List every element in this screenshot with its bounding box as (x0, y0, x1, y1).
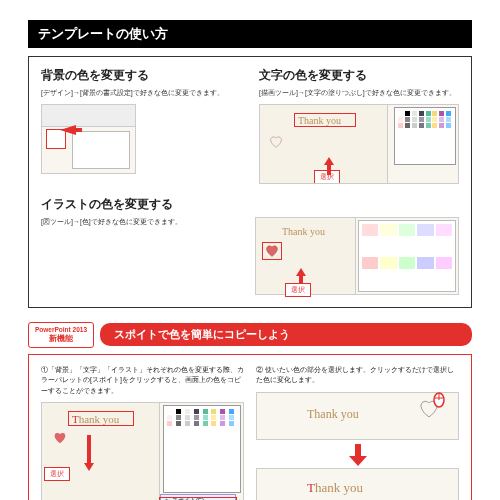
new-feature-badge: PowerPoint 2013 新機能 (28, 322, 94, 348)
color-palette (163, 405, 241, 493)
tip-title: スポイトで色を簡単にコピーしよう (100, 323, 472, 346)
step-text: ② 使いたい色の部分を選択します。クリックするだけで選択した色に変化します。 (256, 365, 459, 386)
section-illustration-color: イラストの色を変更する [図ツール]→[色]で好きな色に変更できます。 Than… (41, 196, 459, 295)
instructions-box: 背景の色を変更する [デザイン]→[背景の書式設定]で好きな色に変更できます。 … (28, 56, 472, 308)
sample-text: Thank you (282, 226, 325, 237)
step-text: ①「背景」「文字」「イラスト」それぞれの色を変更する際、カラーパレットの[スポイ… (41, 365, 244, 397)
arrow-down-icon (256, 444, 459, 466)
tip-header: PowerPoint 2013 新機能 スポイトで色を簡単にコピーしよう (28, 322, 472, 348)
section-title: イラストの色を変更する (41, 196, 459, 213)
section-background-color: 背景の色を変更する [デザイン]→[背景の書式設定]で好きな色に変更できます。 (41, 67, 241, 184)
tip-step-1: ①「背景」「文字」「イラスト」それぞれの色を変更する際、カラーパレットの[スポイ… (41, 365, 244, 500)
screenshot-after: Thank you (256, 468, 459, 500)
screenshot-thumbnail: Thank you 選択 (259, 104, 459, 184)
sample-text: Thank you (307, 480, 363, 496)
heart-icon (268, 135, 284, 149)
tip-box: ①「背景」「文字」「イラスト」それぞれの色を変更する際、カラーパレットの[スポイ… (28, 354, 472, 500)
select-label: 選択 (44, 467, 70, 481)
section-desc: [図ツール]→[色]で好きな色に変更できます。 (41, 217, 241, 227)
section-desc: [デザイン]→[背景の書式設定]で好きな色に変更できます。 (41, 88, 241, 98)
screenshot-before: Thank you (256, 392, 459, 440)
sample-text: Thank you (307, 407, 359, 422)
heart-icon (52, 431, 68, 445)
screenshot-thumbnail: Thank you ✎ スポイト(E) 選択 (41, 402, 244, 500)
select-label: 選択 (285, 283, 311, 297)
color-palette (394, 107, 456, 165)
mouse-cursor-icon (432, 390, 446, 408)
section-text-color: 文字の色を変更する [描画ツール]→[文字の塗りつぶし]で好きな色に変更できます… (259, 67, 459, 184)
section-desc: [描画ツール]→[文字の塗りつぶし]で好きな色に変更できます。 (259, 88, 459, 98)
section-title: 背景の色を変更する (41, 67, 241, 84)
page-title: テンプレートの使い方 (28, 20, 472, 48)
section-title: 文字の色を変更する (259, 67, 459, 84)
screenshot-thumbnail (41, 104, 136, 174)
tip-step-2: ② 使いたい色の部分を選択します。クリックするだけで選択した色に変化します。 T… (256, 365, 459, 500)
